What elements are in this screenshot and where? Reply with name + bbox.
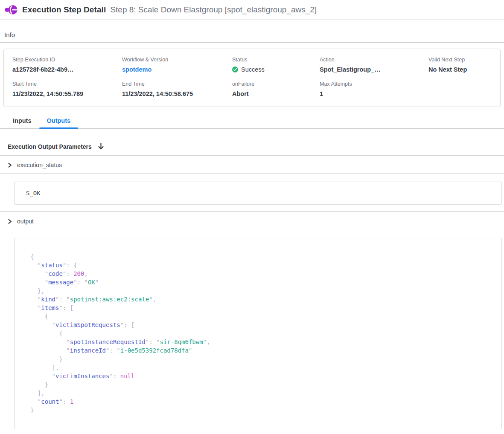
onfailure-value: Abort [232, 90, 320, 97]
success-check-icon [232, 67, 238, 72]
spot-logo-icon [4, 3, 18, 17]
field-onfailure: onFailure Abort [232, 81, 320, 97]
page-header: Execution Step Detail Step 8: Scale Down… [0, 0, 504, 20]
status-text: Success [241, 66, 265, 73]
tab-outputs[interactable]: Outputs [39, 114, 79, 128]
field-workflow-version: Workflow & Version spotdemo [122, 57, 232, 73]
output-json-code: { "status": { "code": 200, "message": "O… [30, 252, 493, 414]
main-content: Info Step Execution ID a125728f-6b22-4b9… [0, 20, 504, 429]
page-subtitle: Step 8: Scale Down Elastgroup [spot_elas… [110, 5, 317, 14]
valid-next-step-value: No Next Step [428, 66, 492, 73]
output-parameters-title: Execution Output Parameters [8, 143, 92, 150]
execution-status-value-box: S_OK [14, 182, 502, 205]
step-execution-id-value: a125728f-6b22-4b9… [12, 66, 122, 73]
tab-bar: Inputs Outputs [0, 114, 504, 129]
chevron-right-icon [7, 219, 12, 224]
param-row-output[interactable]: output [0, 212, 504, 230]
info-card: Step Execution ID a125728f-6b22-4b9… Wor… [3, 49, 501, 107]
field-action: Action Spot_Elastigroup_… [320, 57, 428, 73]
field-end-time: End Time 11/23/2022, 14:50:58.675 [122, 81, 232, 97]
action-value: Spot_Elastigroup_… [320, 66, 428, 73]
page-title: Execution Step Detail [22, 5, 106, 14]
max-attempts-value: 1 [320, 90, 428, 97]
param-name-output: output [17, 218, 34, 225]
output-parameters-header: Execution Output Parameters [0, 138, 504, 156]
param-name-execution-status: execution_status [17, 162, 62, 168]
field-start-time: Start Time 11/23/2022, 14:50:55.789 [12, 81, 122, 97]
tab-inputs[interactable]: Inputs [5, 114, 39, 128]
info-section-label: Info [0, 20, 504, 43]
param-row-execution-status[interactable]: execution_status [0, 156, 504, 174]
field-status: Status Success [232, 57, 320, 73]
status-badge: Success [232, 66, 320, 73]
info-grid: Step Execution ID a125728f-6b22-4b9… Wor… [12, 57, 492, 97]
field-step-execution-id: Step Execution ID a125728f-6b22-4b9… [12, 57, 122, 73]
workflow-link[interactable]: spotdemo [122, 66, 151, 73]
output-json-box: { "status": { "code": 200, "message": "O… [14, 238, 502, 429]
start-time-value: 11/23/2022, 14:50:55.789 [12, 90, 122, 97]
execution-status-value: S_OK [26, 190, 41, 197]
field-max-attempts: Max Attempts 1 [320, 81, 428, 97]
field-valid-next-step: Valid Next Step No Next Step [428, 57, 492, 73]
chevron-right-icon [7, 162, 12, 168]
end-time-value: 11/23/2022, 14:50:58.675 [122, 90, 232, 97]
download-arrow-icon[interactable] [98, 143, 104, 150]
execution-status-section: S_OK [0, 182, 504, 212]
